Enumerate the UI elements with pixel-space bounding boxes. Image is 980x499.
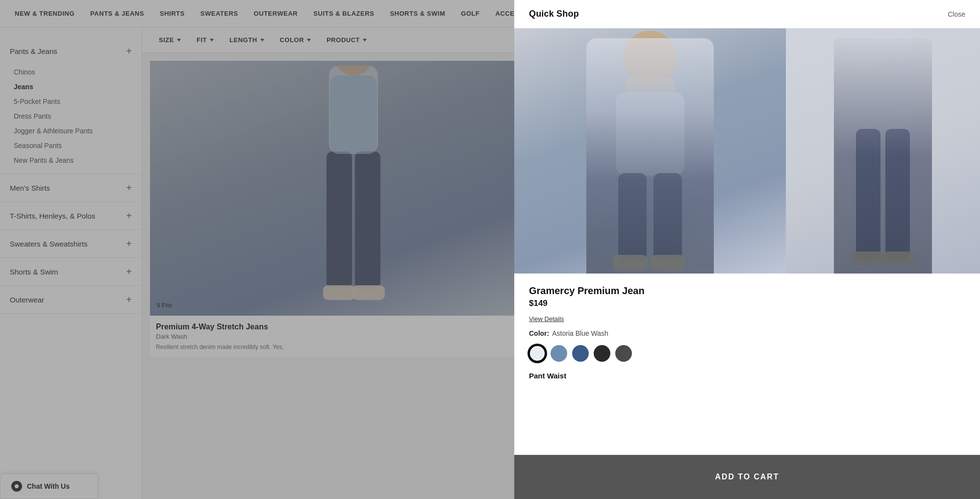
quick-shop-details: Gramercy Premium Jean $149 View Details … xyxy=(514,274,980,455)
product-image-1: 5 Fits xyxy=(150,61,557,316)
svg-rect-17 xyxy=(626,77,675,97)
product-model-img-1 xyxy=(150,61,557,316)
color-swatch-4[interactable] xyxy=(615,345,632,362)
svg-rect-21 xyxy=(613,255,648,271)
filter-fit-button[interactable]: FIT xyxy=(192,33,221,47)
chevron-down-icon xyxy=(307,39,311,42)
sidebar-category-header-tshirts[interactable]: T-Shirts, Henleys, & Polos + xyxy=(10,202,132,229)
product-desc-1: Resilient stretch denim made incredibly … xyxy=(156,343,552,351)
add-to-cart-button[interactable]: ADD TO CART xyxy=(514,455,980,499)
sidebar-category-label-sweaters: Sweaters & Sweatshirts xyxy=(10,240,87,248)
quick-shop-image-1 xyxy=(514,28,786,274)
chevron-down-icon xyxy=(177,39,181,42)
qs-color-label: Color: xyxy=(529,329,549,337)
nav-item-sweaters[interactable]: SWEATERS xyxy=(201,10,238,17)
filter-color-button[interactable]: COLOR xyxy=(275,33,318,47)
nav-item-outerwear[interactable]: OUTERWEAR xyxy=(254,10,298,17)
product-card-1[interactable]: 5 Fits Premium 4-Way Stretch Jeans $149 … xyxy=(150,61,557,357)
add-to-cart-label: ADD TO CART xyxy=(715,473,779,481)
sidebar-item-seasonal[interactable]: Seasonal Pants xyxy=(10,138,132,153)
expand-icon-sweaters: + xyxy=(126,239,132,249)
collapse-icon-pants: + xyxy=(126,46,132,56)
quick-shop-header: Quick Shop Close xyxy=(514,0,980,28)
qs-color-label-row: Color: Astoria Blue Wash xyxy=(529,329,965,337)
chat-dot xyxy=(15,484,19,488)
color-swatch-2[interactable] xyxy=(572,345,589,362)
expand-icon-shirts: + xyxy=(126,183,132,193)
sidebar-category-header-shirts[interactable]: Men's Shirts + xyxy=(10,174,132,201)
nav-item-shirts[interactable]: SHIRTS xyxy=(160,10,185,17)
sidebar-item-jogger[interactable]: Jogger & Athleisure Pants xyxy=(10,124,132,138)
sidebar-category-label-pants: Pants & Jeans xyxy=(10,47,57,55)
sidebar-category-header-sweaters[interactable]: Sweaters & Sweatshirts + xyxy=(10,230,132,257)
svg-rect-25 xyxy=(885,129,910,259)
sidebar-item-jeans[interactable]: Jeans xyxy=(10,79,132,94)
product-info-1: Premium 4-Way Stretch Jeans $149 Dark Wa… xyxy=(150,316,557,357)
svg-rect-20 xyxy=(653,173,682,261)
nav-item-pants-jeans[interactable]: PANTS & JEANS xyxy=(90,10,144,17)
chat-label: Chat With Us xyxy=(27,482,70,490)
svg-rect-4 xyxy=(352,285,385,300)
svg-rect-19 xyxy=(618,173,647,261)
sidebar: Pants & Jeans + Chinos Jeans 5-Pocket Pa… xyxy=(0,27,142,499)
chevron-down-icon xyxy=(363,39,367,42)
svg-rect-3 xyxy=(323,285,355,300)
svg-rect-18 xyxy=(616,92,684,175)
svg-rect-26 xyxy=(853,251,884,265)
svg-rect-1 xyxy=(327,151,352,289)
filter-product-button[interactable]: PRODUCT xyxy=(322,33,374,47)
sidebar-category-label-tshirts: T-Shirts, Henleys, & Polos xyxy=(10,212,95,220)
expand-icon-shorts: + xyxy=(126,267,132,276)
sidebar-category-shirts: Men's Shirts + xyxy=(0,174,142,202)
nav-item-new-trending[interactable]: NEW & TRENDING xyxy=(15,10,75,17)
quick-shop-panel: Quick Shop Close Grame xyxy=(514,0,980,499)
sidebar-category-label-shirts: Men's Shirts xyxy=(10,184,50,192)
sidebar-category-outerwear: Outerwear + xyxy=(0,286,142,314)
filter-length-button[interactable]: LENGTH xyxy=(225,33,271,47)
expand-icon-outerwear: + xyxy=(126,295,132,304)
sidebar-category-header-pants[interactable]: Pants & Jeans + xyxy=(10,37,132,65)
svg-rect-5 xyxy=(330,75,377,154)
quick-shop-images xyxy=(514,28,980,274)
color-swatch-0[interactable] xyxy=(529,345,546,362)
filter-size-button[interactable]: SIZE xyxy=(154,33,188,47)
svg-rect-23 xyxy=(854,28,912,131)
qs-swatches xyxy=(529,345,965,362)
sidebar-item-chinos[interactable]: Chinos xyxy=(10,65,132,79)
sidebar-category-header-shorts[interactable]: Shorts & Swim + xyxy=(10,258,132,285)
chat-icon xyxy=(11,481,22,492)
nav-item-shorts-swim[interactable]: SHORTS & SWIM xyxy=(390,10,445,17)
color-swatch-3[interactable] xyxy=(594,345,610,362)
svg-rect-27 xyxy=(883,251,914,265)
sidebar-item-5-pocket[interactable]: 5-Pocket Pants xyxy=(10,94,132,109)
svg-rect-24 xyxy=(856,129,880,259)
view-details-link[interactable]: View Details xyxy=(529,315,965,323)
quick-shop-title: Quick Shop xyxy=(529,9,579,19)
qs-product-name: Gramercy Premium Jean xyxy=(529,285,965,297)
sidebar-category-header-outerwear[interactable]: Outerwear + xyxy=(10,286,132,313)
svg-rect-22 xyxy=(650,255,685,271)
nav-item-golf[interactable]: GOLF xyxy=(461,10,479,17)
qs-product-price: $149 xyxy=(529,299,965,308)
qs-color-name: Astoria Blue Wash xyxy=(552,329,608,337)
sidebar-item-new-pants[interactable]: New Pants & Jeans xyxy=(10,153,132,168)
sidebar-category-tshirts: T-Shirts, Henleys, & Polos + xyxy=(0,202,142,230)
product-fits-badge-1: 5 Fits xyxy=(157,302,172,309)
sidebar-category-shorts: Shorts & Swim + xyxy=(0,258,142,286)
product-variant-1: Dark Wash xyxy=(156,333,552,340)
expand-icon-tshirts: + xyxy=(126,211,132,221)
sidebar-category-pants-jeans: Pants & Jeans + Chinos Jeans 5-Pocket Pa… xyxy=(0,37,142,174)
svg-point-16 xyxy=(623,31,677,85)
chevron-down-icon xyxy=(210,39,214,42)
chat-widget[interactable]: Chat With Us xyxy=(0,474,98,499)
chevron-down-icon xyxy=(260,39,264,42)
close-button[interactable]: Close xyxy=(948,10,965,18)
product-name-1: Premium 4-Way Stretch Jeans xyxy=(156,323,268,331)
sidebar-category-sweaters: Sweaters & Sweatshirts + xyxy=(0,230,142,258)
nav-item-suits-blazers[interactable]: SUITS & BLAZERS xyxy=(313,10,374,17)
sidebar-item-dress-pants[interactable]: Dress Pants xyxy=(10,109,132,124)
quick-shop-image-2 xyxy=(786,28,980,274)
color-swatch-1[interactable] xyxy=(551,345,567,362)
qs-pant-waist-label: Pant Waist xyxy=(529,372,965,380)
sidebar-subcategory-list-pants: Chinos Jeans 5-Pocket Pants Dress Pants … xyxy=(10,65,132,174)
